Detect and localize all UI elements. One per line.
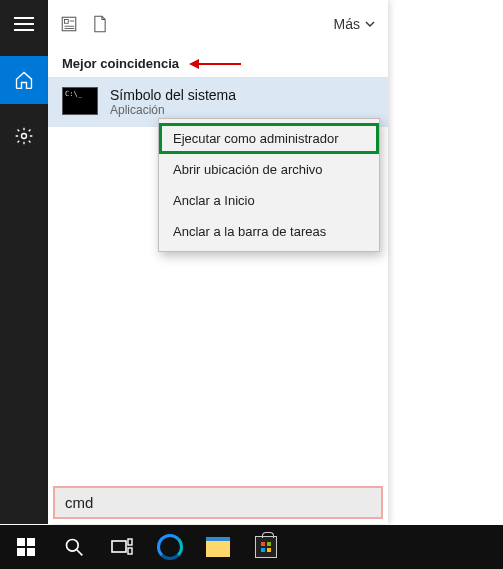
apps-filter-icon[interactable]: [60, 15, 78, 33]
svg-rect-10: [27, 548, 35, 556]
settings-button[interactable]: [0, 112, 48, 160]
taskbar: [0, 525, 503, 569]
svg-rect-8: [27, 538, 35, 546]
context-menu-item-pin-taskbar[interactable]: Anclar a la barra de tareas: [159, 216, 379, 247]
section-header: Mejor coincidencia: [48, 48, 388, 77]
chevron-down-icon: [364, 18, 376, 30]
windows-icon: [17, 538, 35, 556]
svg-rect-13: [112, 541, 126, 552]
store-icon: [255, 536, 277, 558]
context-menu-item-open-location[interactable]: Abrir ubicación de archivo: [159, 154, 379, 185]
home-icon: [14, 70, 34, 90]
svg-line-12: [77, 550, 83, 556]
context-menu: Ejecutar como administrador Abrir ubicac…: [158, 118, 380, 252]
annotation-arrow-icon: [187, 58, 243, 70]
home-button[interactable]: [0, 56, 48, 104]
svg-rect-14: [128, 539, 132, 545]
panel-toolbar: Más: [48, 0, 388, 48]
edge-icon: [157, 534, 183, 560]
store-button[interactable]: [244, 525, 288, 569]
context-menu-item-run-admin[interactable]: Ejecutar como administrador: [159, 123, 379, 154]
svg-point-11: [67, 540, 79, 552]
search-input-value: cmd: [65, 494, 93, 511]
more-label: Más: [334, 16, 360, 32]
context-menu-item-pin-start[interactable]: Anclar a Inicio: [159, 185, 379, 216]
result-text: Símbolo del sistema Aplicación: [110, 87, 236, 117]
svg-rect-7: [17, 538, 25, 546]
cmd-icon: [62, 87, 98, 115]
search-input[interactable]: cmd: [53, 486, 383, 519]
result-subtitle: Aplicación: [110, 103, 236, 117]
svg-rect-15: [128, 548, 132, 554]
result-title: Símbolo del sistema: [110, 87, 236, 103]
file-explorer-button[interactable]: [196, 525, 240, 569]
task-view-button[interactable]: [100, 525, 144, 569]
svg-rect-2: [65, 19, 69, 23]
edge-button[interactable]: [148, 525, 192, 569]
section-header-label: Mejor coincidencia: [62, 56, 179, 71]
task-view-icon: [111, 538, 133, 556]
svg-rect-9: [17, 548, 25, 556]
search-panel: Más Mejor coincidencia Símbolo del siste…: [48, 0, 388, 524]
taskbar-search-button[interactable]: [52, 525, 96, 569]
search-icon: [64, 537, 84, 557]
hamburger-button[interactable]: [0, 0, 48, 48]
more-filters-button[interactable]: Más: [334, 16, 376, 32]
folder-icon: [206, 537, 230, 557]
start-sidebar: [0, 0, 48, 524]
svg-point-0: [22, 134, 27, 139]
start-button[interactable]: [4, 525, 48, 569]
gear-icon: [14, 126, 34, 146]
documents-filter-icon[interactable]: [92, 15, 108, 33]
